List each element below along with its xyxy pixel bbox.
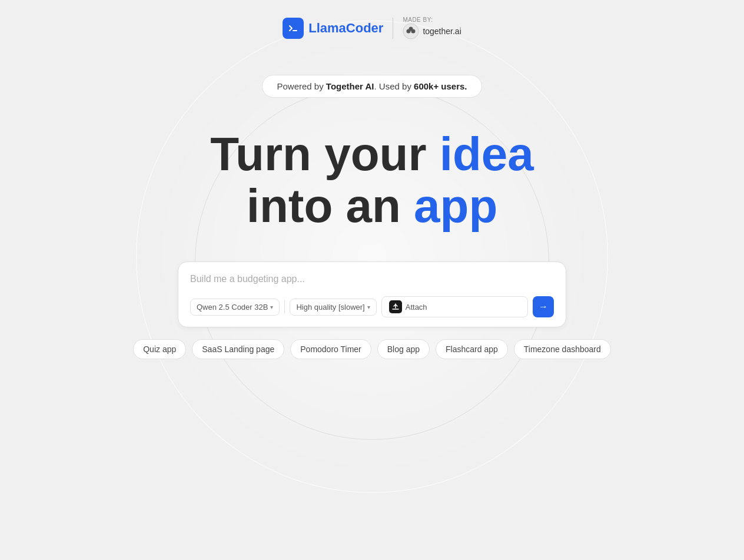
suggestion-chip[interactable]: Flashcard app: [436, 339, 508, 359]
svg-point-3: [409, 27, 413, 31]
model-selector[interactable]: Qwen 2.5 Coder 32B ▾: [190, 299, 280, 316]
suggestion-chips: Quiz appSaaS Landing pagePomodoro TimerB…: [133, 339, 611, 359]
model-chevron-icon: ▾: [270, 304, 273, 310]
hero-line1-prefix: Turn your: [210, 128, 440, 180]
hero-app-highlight: app: [414, 180, 497, 232]
send-arrow-icon: →: [539, 301, 548, 312]
model-label: Qwen 2.5 Coder 32B: [197, 303, 268, 312]
banner-users: 600k+ users.: [414, 81, 467, 91]
quality-selector[interactable]: High quality [slower] ▾: [290, 299, 376, 316]
suggestion-chip[interactable]: Pomodoro Timer: [290, 339, 371, 359]
suggestion-chip[interactable]: Timezone dashboard: [514, 339, 611, 359]
suggestion-chip[interactable]: Quiz app: [133, 339, 186, 359]
suggestion-chip[interactable]: SaaS Landing page: [192, 339, 284, 359]
attach-icon: [389, 300, 402, 313]
controls-separator: [284, 300, 285, 314]
together-area: together.ai: [403, 23, 461, 39]
input-card: Qwen 2.5 Coder 32B ▾ High quality [slowe…: [178, 261, 566, 327]
hero-line2-prefix: into an: [247, 180, 414, 232]
prompt-input[interactable]: [190, 274, 554, 284]
input-controls: Qwen 2.5 Coder 32B ▾ High quality [slowe…: [190, 296, 554, 317]
banner-brand: Together AI: [326, 81, 374, 91]
attach-button[interactable]: Attach: [381, 296, 528, 317]
attach-label: Attach: [406, 303, 427, 312]
made-by-area: Made by: together.ai: [403, 16, 461, 39]
logo-area: LlamaCoder: [283, 18, 383, 39]
send-button[interactable]: →: [533, 296, 554, 317]
main-content: Powered by Together AI. Used by 600k+ us…: [0, 75, 744, 359]
banner-suffix: . Used by: [374, 81, 414, 91]
logo-suffix: Coder: [346, 21, 384, 35]
quality-chevron-icon: ▾: [367, 304, 370, 310]
header: LlamaCoder Made by: together.ai: [283, 16, 461, 39]
svg-point-0: [403, 24, 418, 39]
suggestion-chip[interactable]: Blog app: [377, 339, 430, 359]
quality-label: High quality [slower]: [296, 303, 364, 312]
llama-coder-icon: [283, 18, 304, 39]
together-ai-icon: [403, 23, 419, 39]
header-divider: [393, 18, 393, 39]
hero-title: Turn your idea into an app: [210, 128, 534, 232]
made-by-label: Made by:: [403, 16, 433, 23]
hero-idea-highlight: idea: [440, 128, 534, 180]
logo-prefix: Llama: [308, 21, 346, 35]
powered-by-banner: Powered by Together AI. Used by 600k+ us…: [262, 75, 481, 98]
logo-text: LlamaCoder: [308, 21, 383, 36]
together-name: together.ai: [423, 26, 461, 36]
banner-prefix: Powered by: [277, 81, 326, 91]
